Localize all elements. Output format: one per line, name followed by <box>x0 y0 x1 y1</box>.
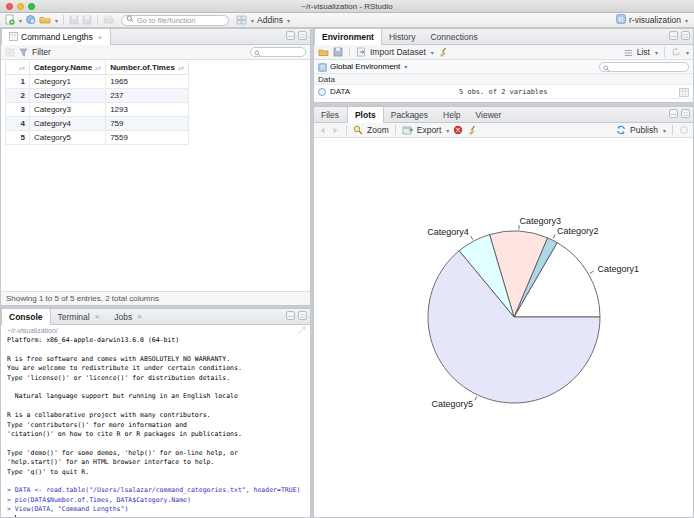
project-menu[interactable]: R r-visualization ▾ <box>616 14 690 26</box>
back-plot-icon[interactable] <box>318 121 327 139</box>
export-plot-button[interactable]: Export <box>417 125 442 135</box>
tab-connections[interactable]: Connections <box>423 29 485 44</box>
column-header-number-of-times[interactable]: Number.of.Times▴▾ <box>106 61 189 75</box>
publish-button[interactable]: Publish <box>630 125 658 135</box>
row-number-cell: 5 <box>6 131 30 145</box>
export-plot-caret[interactable]: ▾ <box>446 127 449 134</box>
maximize-panel-icon[interactable]: □ <box>681 31 690 40</box>
save-icon[interactable] <box>69 11 79 29</box>
import-dataset-caret[interactable]: ▾ <box>431 49 434 56</box>
filter-button[interactable]: Filter <box>32 47 51 57</box>
view-table-icon[interactable] <box>679 83 689 101</box>
refresh-icon[interactable] <box>671 43 681 61</box>
console-output-line: Natural language support but running in … <box>7 392 310 401</box>
tab-plots[interactable]: Plots <box>347 107 384 123</box>
console-output-line: Type 'license()' or 'licence()' for dist… <box>7 374 310 383</box>
table-row: 4Category4759 <box>6 117 189 131</box>
addins-menu[interactable]: Addins <box>257 15 283 25</box>
table-cell: 759 <box>106 117 189 131</box>
table-cell: Category1 <box>30 75 106 89</box>
goto-file-input[interactable]: Go to file/function <box>121 15 229 26</box>
data-section-label: Data <box>318 75 335 84</box>
row-number-header[interactable]: ▴▾ <box>6 61 30 75</box>
tab-console[interactable]: Console <box>1 309 51 325</box>
tab-viewer[interactable]: Viewer <box>469 107 510 122</box>
table-cell: Category4 <box>30 117 106 131</box>
forward-plot-icon[interactable] <box>331 121 340 139</box>
new-file-icon[interactable] <box>4 11 15 29</box>
open-file-icon[interactable] <box>39 11 51 29</box>
environment-object-row[interactable]: DATA 5 obs. of 2 variables <box>314 85 693 99</box>
environment-panel: Environment History Connections — □ <box>313 28 694 103</box>
addins-caret[interactable]: ▾ <box>287 17 290 24</box>
console-prompt[interactable]: > <box>7 515 310 517</box>
tab-packages[interactable]: Packages <box>384 107 436 122</box>
new-project-icon[interactable] <box>25 11 36 29</box>
tab-help[interactable]: Help <box>436 107 468 122</box>
environment-search-input[interactable] <box>599 62 689 72</box>
zoom-plot-button[interactable]: Zoom <box>367 125 389 135</box>
console-popout-icon[interactable] <box>297 326 306 336</box>
search-icon <box>254 43 261 61</box>
workspace: Command Lengths × — □ Filter <box>0 28 694 518</box>
minimize-panel-icon[interactable]: — <box>669 31 678 40</box>
import-dataset-icon <box>356 43 366 61</box>
save-all-icon[interactable] <box>82 11 92 29</box>
close-icon[interactable]: × <box>98 33 103 42</box>
column-header-category-name[interactable]: Category.Name▴▾ <box>30 61 106 75</box>
viewer-tabbar: Command Lengths × — □ <box>1 29 310 45</box>
list-view-caret[interactable]: ▾ <box>655 49 658 56</box>
maximize-panel-icon[interactable]: □ <box>681 109 690 118</box>
data-object-icon[interactable] <box>318 88 326 96</box>
toolbar-separator <box>395 125 396 135</box>
open-file-caret[interactable]: ▾ <box>55 17 58 24</box>
zoom-window-button[interactable] <box>28 3 35 10</box>
minimize-panel-icon[interactable]: — <box>669 109 678 118</box>
plots-panel-buttons: — □ <box>669 109 690 118</box>
viewer-search-input[interactable] <box>250 47 306 57</box>
scope-caret[interactable]: ▾ <box>404 63 407 70</box>
close-window-button[interactable] <box>6 3 13 10</box>
save-workspace-icon[interactable] <box>333 43 343 61</box>
minimize-panel-icon[interactable]: — <box>286 311 295 320</box>
console-output[interactable]: Platform: x86_64-apple-darwin13.6.0 (64-… <box>1 335 310 517</box>
panes-caret[interactable]: ▾ <box>251 17 254 24</box>
row-number-cell: 2 <box>6 89 30 103</box>
refresh-plot-icon[interactable] <box>679 121 689 139</box>
remove-plot-icon[interactable] <box>453 121 463 139</box>
maximize-panel-icon[interactable]: □ <box>298 31 307 40</box>
environment-data-section: Data <box>314 74 693 85</box>
tab-history[interactable]: History <box>382 29 423 44</box>
tab-terminal[interactable]: Terminal × <box>51 309 108 324</box>
print-icon[interactable] <box>103 11 114 29</box>
clear-plots-broom-icon[interactable] <box>467 121 477 139</box>
refresh-caret[interactable]: ▾ <box>686 49 689 56</box>
close-icon[interactable]: × <box>95 312 100 321</box>
import-dataset-button[interactable]: Import Dataset <box>370 47 426 57</box>
maximize-panel-icon[interactable]: □ <box>298 311 307 320</box>
tab-environment[interactable]: Environment <box>314 29 382 45</box>
tab-jobs[interactable]: Jobs × <box>107 309 150 324</box>
publish-caret[interactable]: ▾ <box>663 127 666 134</box>
panes-icon[interactable] <box>236 11 247 29</box>
table-cell: 7559 <box>106 131 189 145</box>
filter-icon[interactable] <box>19 43 28 61</box>
console-output-line: 'citation()' on how to cite R or R packa… <box>7 430 310 439</box>
left-column: Command Lengths × — □ Filter <box>0 28 311 518</box>
table-icon <box>9 32 18 43</box>
minimize-panel-icon[interactable]: — <box>286 31 295 40</box>
pie-label-Category3: Category3 <box>519 216 561 226</box>
popout-icon[interactable] <box>5 43 15 61</box>
list-view-button[interactable]: List <box>637 47 650 57</box>
close-icon[interactable]: × <box>137 312 142 321</box>
plot-area: Category1Category2Category3Category4Cate… <box>314 138 693 518</box>
right-column: Environment History Connections — □ <box>313 28 694 518</box>
table-row: 3Category31293 <box>6 103 189 117</box>
clear-environment-broom-icon[interactable] <box>438 43 448 61</box>
viewer-body: ▴▾ Category.Name▴▾ Number.of.Times▴▾ 1Ca… <box>1 60 310 291</box>
tab-files[interactable]: Files <box>314 107 347 122</box>
minimize-window-button[interactable] <box>17 3 24 10</box>
scope-selector[interactable]: Global Environment <box>330 62 400 71</box>
tab-command-lengths[interactable]: Command Lengths × <box>1 29 111 45</box>
new-file-caret[interactable]: ▾ <box>19 17 22 24</box>
